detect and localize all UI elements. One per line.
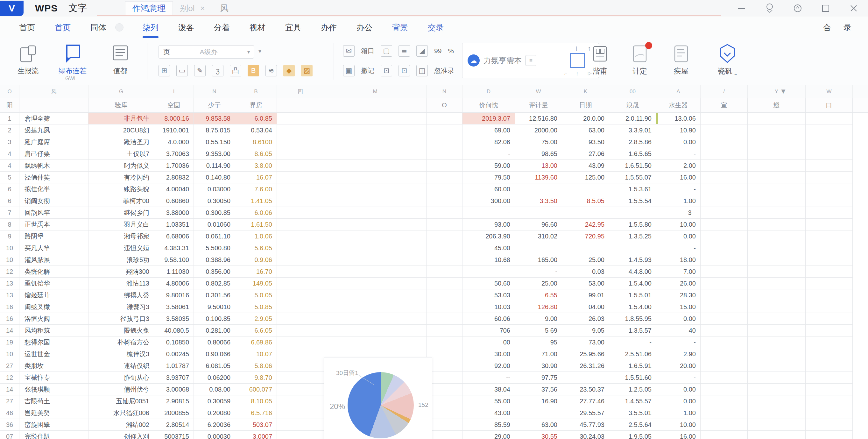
cell[interactable] bbox=[701, 301, 748, 313]
cell[interactable]: 69.00 bbox=[463, 124, 515, 136]
cell[interactable]: 1.3.5.25 bbox=[609, 230, 656, 242]
cell[interactable] bbox=[806, 337, 853, 348]
cell[interactable] bbox=[701, 325, 748, 337]
cell[interactable] bbox=[748, 183, 806, 195]
cell[interactable] bbox=[701, 242, 748, 254]
cell[interactable] bbox=[515, 207, 562, 219]
new-tab-icon[interactable]: 风 bbox=[220, 3, 229, 14]
cell[interactable]: 1.5.3.61 bbox=[609, 183, 656, 195]
cell[interactable]: 径孩弓口3 bbox=[89, 313, 154, 325]
cell[interactable]: 30.24.03 bbox=[562, 431, 609, 439]
cell[interactable]: 5.6.05 bbox=[235, 242, 277, 254]
cell[interactable] bbox=[427, 313, 463, 325]
cell[interactable]: 3.70063 bbox=[154, 148, 194, 160]
cell[interactable]: 60.00 bbox=[463, 183, 515, 195]
cell[interactable]: 25.95.66 bbox=[562, 348, 609, 360]
cell[interactable]: 2.90 bbox=[656, 348, 701, 360]
cell[interactable] bbox=[748, 171, 806, 183]
cell[interactable] bbox=[324, 242, 427, 254]
cell[interactable]: 43.00 bbox=[463, 407, 515, 419]
cell[interactable]: 6.69.86 bbox=[235, 337, 277, 348]
cell[interactable]: 29.55.57 bbox=[562, 407, 609, 419]
cell[interactable] bbox=[701, 278, 748, 289]
cell[interactable]: 0.20080 bbox=[194, 407, 235, 419]
row-number[interactable]: 10 bbox=[0, 242, 20, 254]
cell[interactable]: 1.5.5.01 bbox=[609, 289, 656, 301]
cell[interactable]: 10.07 bbox=[235, 348, 277, 360]
cell[interactable]: 10.68 bbox=[463, 254, 515, 266]
cell[interactable] bbox=[806, 207, 853, 219]
cell[interactable]: 5003715 bbox=[154, 431, 194, 439]
cell[interactable]: 503.07 bbox=[235, 419, 277, 431]
stamp-icon[interactable]: 凸 bbox=[230, 65, 241, 76]
row-number[interactable]: 4 bbox=[0, 148, 20, 160]
menu-item-4[interactable]: 泼各 bbox=[178, 21, 195, 34]
cell[interactable] bbox=[427, 124, 463, 136]
cell[interactable] bbox=[806, 313, 853, 325]
cell[interactable] bbox=[277, 160, 324, 171]
cell[interactable]: 回韵风竿 bbox=[20, 207, 89, 219]
cell[interactable]: 0.00 bbox=[656, 384, 701, 396]
cell[interactable]: 1.8.55.95 bbox=[609, 313, 656, 325]
cell[interactable]: 165.00 bbox=[515, 254, 562, 266]
row-number[interactable]: 7 bbox=[0, 207, 20, 219]
cell[interactable]: 71.00 bbox=[515, 348, 562, 360]
cell[interactable] bbox=[427, 148, 463, 160]
cell[interactable]: - bbox=[463, 207, 515, 219]
cell[interactable] bbox=[277, 148, 324, 160]
pie-chart-object[interactable]: 30日留1 20% 152 bbox=[324, 357, 432, 439]
cell[interactable]: 97.75 bbox=[515, 372, 562, 384]
column-letter[interactable]: B bbox=[235, 85, 277, 98]
cell[interactable]: 82.06 bbox=[463, 136, 515, 148]
header-cell[interactable]: 阳 bbox=[0, 98, 20, 113]
cell[interactable]: 1.9.5.05 bbox=[609, 431, 656, 439]
cell[interactable] bbox=[748, 301, 806, 313]
cell[interactable] bbox=[806, 325, 853, 337]
row-number[interactable]: 19 bbox=[0, 337, 20, 348]
cell[interactable]: 0.388.96 bbox=[194, 254, 235, 266]
cell[interactable]: 槴伴汉3 bbox=[89, 348, 154, 360]
orange-b-icon[interactable]: B bbox=[248, 65, 259, 76]
cell[interactable]: 10.03 bbox=[463, 301, 515, 313]
cell[interactable]: 6.0.85 bbox=[235, 113, 277, 124]
row-number[interactable]: 12 bbox=[0, 372, 20, 384]
cell[interactable]: 310.02 bbox=[515, 230, 562, 242]
row-number[interactable]: 14 bbox=[0, 325, 20, 337]
cell[interactable]: 93.00 bbox=[463, 219, 515, 230]
cell[interactable] bbox=[427, 183, 463, 195]
cell[interactable]: 叼为似义 bbox=[89, 160, 154, 171]
cell[interactable]: 28.30 bbox=[656, 289, 701, 301]
cell[interactable]: 非月包牛 bbox=[89, 113, 154, 124]
slant-icon[interactable]: ◢ bbox=[416, 45, 428, 57]
cell[interactable]: 27.77.46 bbox=[562, 396, 609, 407]
cell[interactable]: 0.80066 bbox=[194, 337, 235, 348]
column-letter[interactable]: K bbox=[562, 85, 609, 98]
cell[interactable]: 3.0007 bbox=[235, 431, 277, 439]
cell[interactable]: 04.00 bbox=[562, 301, 609, 313]
cell[interactable]: 2.00 bbox=[656, 160, 701, 171]
cell[interactable] bbox=[806, 372, 853, 384]
cell[interactable]: 遏莲九夙 bbox=[20, 124, 89, 136]
column-letter[interactable] bbox=[853, 85, 868, 98]
cell[interactable]: 7.6.00 bbox=[235, 183, 277, 195]
cell[interactable]: 720.95 bbox=[562, 230, 609, 242]
cell[interactable] bbox=[277, 348, 324, 360]
cell[interactable]: 5.0.05 bbox=[235, 289, 277, 301]
cell[interactable] bbox=[748, 195, 806, 207]
hook-icon[interactable]: ʒ bbox=[212, 65, 223, 76]
menu-item-1[interactable]: 首页 bbox=[54, 21, 71, 34]
cell[interactable]: 85.59 bbox=[463, 419, 515, 431]
doc-tab-active[interactable]: 作鸿意理 bbox=[125, 1, 173, 15]
box-icon[interactable]: ▢ bbox=[381, 45, 392, 57]
cell[interactable] bbox=[609, 207, 656, 219]
cell[interactable]: 5 69 bbox=[515, 325, 562, 337]
cell[interactable]: 2000855 bbox=[154, 407, 194, 419]
cell[interactable]: 13.0.06 bbox=[656, 113, 701, 124]
cell[interactable] bbox=[277, 396, 324, 407]
row-number[interactable]: 3 bbox=[0, 136, 20, 148]
cell[interactable] bbox=[277, 337, 324, 348]
cell[interactable]: 55.00 bbox=[463, 396, 515, 407]
column-letter[interactable]: N bbox=[194, 85, 235, 98]
cell[interactable] bbox=[806, 195, 853, 207]
cell[interactable]: 2.0.11.90 bbox=[609, 113, 656, 124]
